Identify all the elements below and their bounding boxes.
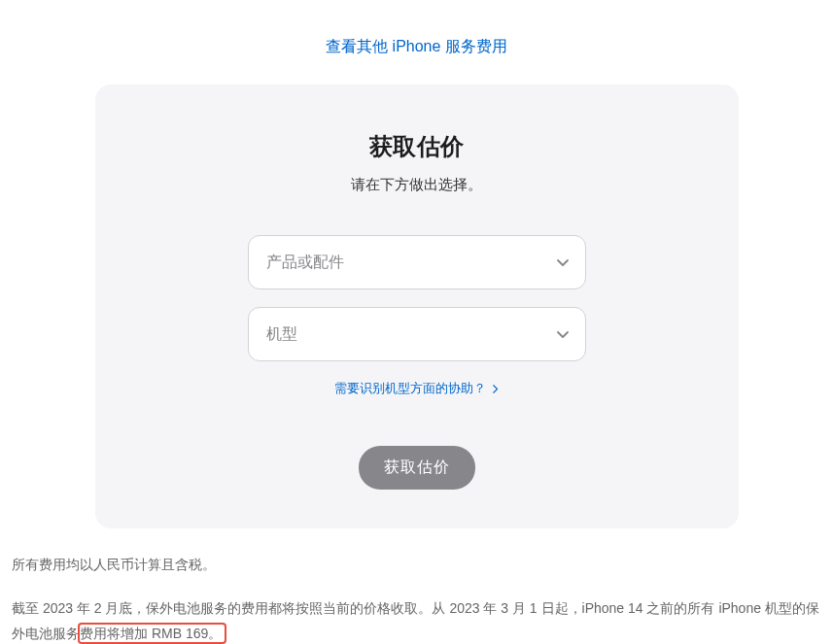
chevron-down-icon: [556, 255, 570, 269]
model-select-wrapper: 机型: [248, 307, 586, 361]
identify-model-help-link[interactable]: 需要识别机型方面的协助？: [334, 381, 500, 395]
top-link-container: 查看其他 iPhone 服务费用: [0, 0, 833, 85]
card-title: 获取估价: [134, 131, 700, 162]
product-select-wrapper: 产品或配件: [248, 235, 586, 289]
footer-line1: 所有费用均以人民币计算且含税。: [12, 552, 821, 578]
chevron-down-icon: [556, 327, 570, 341]
footer-line2: 截至 2023 年 2 月底，保外电池服务的费用都将按照当前的价格收取。从 20…: [12, 595, 821, 644]
estimate-card: 获取估价 请在下方做出选择。 产品或配件 机型 需要识别机型方面的协助？ 获取估…: [95, 85, 739, 528]
product-select-placeholder: 产品或配件: [266, 253, 344, 273]
chevron-right-icon: [493, 384, 499, 395]
product-select[interactable]: 产品或配件: [248, 235, 586, 289]
view-other-services-link[interactable]: 查看其他 iPhone 服务费用: [326, 38, 507, 54]
help-link-label: 需要识别机型方面的协助？: [334, 381, 486, 395]
price-increase-highlight: 费用将增加 RMB 169。: [78, 623, 226, 644]
help-link-container: 需要识别机型方面的协助？: [134, 379, 700, 397]
card-subtitle: 请在下方做出选择。: [134, 176, 700, 194]
footer-text: 所有费用均以人民币计算且含税。 截至 2023 年 2 月底，保外电池服务的费用…: [0, 528, 833, 644]
model-select[interactable]: 机型: [248, 307, 586, 361]
model-select-placeholder: 机型: [266, 324, 297, 345]
get-estimate-button[interactable]: 获取估价: [359, 446, 475, 490]
